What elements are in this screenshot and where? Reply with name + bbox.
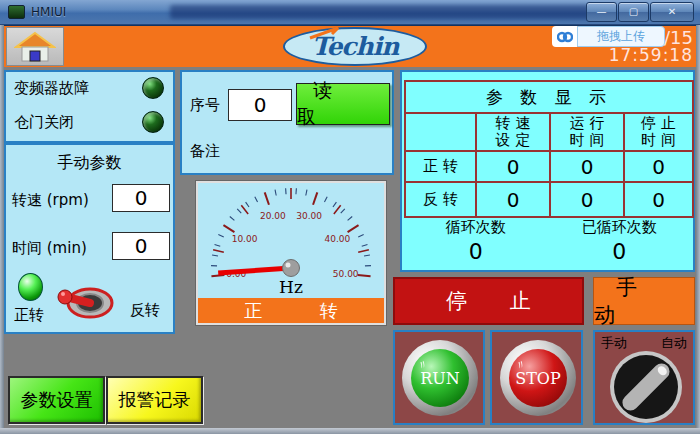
run-button-panel: 〃 RUN — [393, 330, 485, 425]
clock: 17:59:18 — [565, 45, 693, 65]
svg-text:30.00: 30.00 — [296, 211, 322, 221]
manual-panel: 手动参数 转速 (rpm) 0 时间 (min) 0 正转 反转 — [4, 143, 175, 334]
minimize-button[interactable]: — — [586, 2, 617, 22]
forward-speed-value: 0 — [476, 151, 550, 182]
door-closed-led — [142, 111, 164, 133]
param-table: 参 数 显 示 转 速设 定 运 行时 间 停 止时 间 正 转 0 0 0 反… — [404, 80, 694, 218]
speed-label: 转速 (rpm) — [12, 191, 89, 210]
cycle-count-label: 循环次数 — [404, 218, 548, 237]
param-display-panel: 参 数 显 示 转 速设 定 运 行时 间 停 止时 间 正 转 0 0 0 反… — [400, 70, 695, 272]
run-button[interactable]: 〃 RUN — [402, 340, 478, 416]
alarm-label-inverter: 变频器故障 — [14, 79, 89, 98]
read-button[interactable]: 读 取 — [296, 83, 390, 125]
hmi-window: HMIUI — ▢ ✕ Techin 拖拽上传 /15 17:59:18 — [0, 0, 700, 434]
maximize-button[interactable]: ▢ — [618, 2, 649, 22]
cycled-count-value: 0 — [548, 239, 692, 264]
window-title: HMIUI — [31, 5, 66, 19]
svg-text:10.00: 10.00 — [232, 234, 258, 244]
redacted-title-text — [170, 5, 590, 19]
remark-label: 备注 — [190, 142, 220, 161]
stop-button-panel: 〃 STOP — [490, 330, 583, 425]
col-header-speed: 转 速设 定 — [476, 113, 550, 151]
param-table-corner-cell — [405, 113, 476, 151]
alarm-records-button[interactable]: 报警记录 — [106, 376, 203, 424]
window-frame-bottom — [0, 428, 700, 434]
stop-button[interactable]: 〃 STOP — [500, 340, 576, 416]
manual-panel-title: 手动参数 — [6, 153, 173, 174]
alarm-panel: 变频器故障 仓门关闭 — [4, 70, 175, 143]
col-header-stoptime: 停 止时 间 — [624, 113, 693, 151]
close-button[interactable]: ✕ — [650, 2, 694, 22]
home-button[interactable] — [6, 27, 64, 66]
brand-logo: Techin — [283, 27, 427, 66]
window-frame-right — [696, 25, 700, 434]
mode-selector-knob[interactable] — [609, 350, 683, 428]
time-input[interactable]: 0 — [112, 232, 170, 260]
reverse-stoptime-value: 0 — [624, 182, 693, 217]
home-icon — [14, 31, 56, 63]
forward-run-led — [18, 273, 43, 301]
serial-input[interactable]: 0 — [228, 89, 292, 121]
gauge-unit-label: Hz — [198, 277, 384, 297]
cycled-count-label: 已循环次数 — [548, 218, 692, 237]
reverse-speed-value: 0 — [476, 182, 550, 217]
serial-label: 序号 — [190, 96, 220, 115]
reverse-runtime-value: 0 — [550, 182, 624, 217]
forward-label: 正转 — [14, 306, 44, 325]
drag-upload-button[interactable]: 拖拽上传 — [577, 26, 665, 47]
param-settings-button[interactable]: 参数设置 — [8, 376, 105, 424]
read-panel: 序号 0 读 取 备注 — [180, 70, 394, 175]
cycle-counts: 循环次数 0 已循环次数 0 — [404, 218, 691, 264]
svg-text:40.00: 40.00 — [325, 234, 351, 244]
gauge-panel: 0.0010.0020.0030.0040.0050.00 Hz 正 转 — [196, 181, 386, 325]
stop-bar-button[interactable]: 停 止 — [393, 277, 584, 325]
time-label: 时间 (min) — [12, 239, 87, 258]
mode-knob-panel: 手动 自动 — [593, 330, 695, 425]
direction-banner: 正 转 — [198, 298, 384, 323]
direction-toggle-switch[interactable] — [56, 281, 116, 325]
app-icon — [8, 5, 25, 19]
manual-mode-button[interactable]: 手 动 — [593, 277, 695, 325]
svg-text:20.00: 20.00 — [260, 211, 286, 221]
reverse-label: 反转 — [130, 301, 160, 320]
inverter-fault-led — [142, 77, 164, 99]
logo-swoosh-icon — [308, 26, 342, 40]
brand-logo-text: Techin — [312, 32, 399, 61]
row-label-reverse: 反 转 — [405, 182, 476, 217]
cloud-upload-icon[interactable] — [552, 26, 577, 47]
cycle-count-value: 0 — [404, 239, 548, 264]
window-controls: — ▢ ✕ — [586, 2, 694, 22]
forward-stoptime-value: 0 — [624, 151, 693, 182]
row-label-forward: 正 转 — [405, 151, 476, 182]
param-table-title: 参 数 显 示 — [405, 81, 693, 113]
col-header-runtime: 运 行时 间 — [550, 113, 624, 151]
alarm-label-door: 仓门关闭 — [14, 113, 74, 132]
speed-input[interactable]: 0 — [112, 184, 170, 212]
forward-runtime-value: 0 — [550, 151, 624, 182]
